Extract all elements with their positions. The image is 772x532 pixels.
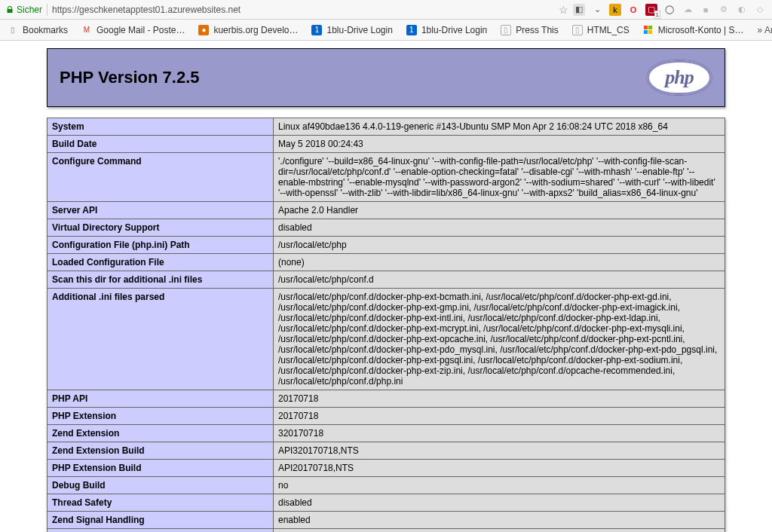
config-value: /usr/local/etc/php bbox=[274, 237, 725, 254]
config-value: Apache 2.0 Handler bbox=[274, 202, 725, 219]
table-row: PHP Extension20170718 bbox=[47, 408, 725, 425]
bookmark-label: 1blu-Drive Login bbox=[421, 25, 487, 35]
svg-rect-0 bbox=[644, 26, 648, 29]
gmail-icon: M bbox=[81, 25, 92, 35]
config-key: Configuration File (php.ini) Path bbox=[47, 237, 274, 254]
table-row: Debug Buildno bbox=[47, 477, 725, 494]
config-key: PHP API bbox=[47, 390, 274, 408]
bookmark-item[interactable]: ▯ Bookmarks bbox=[8, 25, 68, 35]
config-value: /usr/local/etc/php/conf.d/docker-php-ext… bbox=[274, 289, 725, 390]
config-value: disabled bbox=[274, 494, 725, 512]
config-key: Thread Safety bbox=[47, 494, 274, 512]
favicon-icon: 1 bbox=[406, 25, 417, 35]
folder-icon: ▯ bbox=[8, 25, 18, 35]
config-value: disabled bbox=[274, 219, 725, 237]
config-key: Debug Build bbox=[47, 477, 274, 494]
table-row: PHP Extension BuildAPI20170718,NTS bbox=[47, 460, 725, 477]
opera-icon[interactable]: O bbox=[627, 4, 639, 16]
bookmark-label: Press This bbox=[516, 25, 558, 35]
extension-icon[interactable]: ◯ bbox=[663, 4, 676, 16]
table-row: Virtual Directory Supportdisabled bbox=[47, 219, 725, 237]
config-value: 20170718 bbox=[274, 408, 725, 425]
bookmark-star-icon[interactable]: ☆ bbox=[559, 4, 568, 16]
table-row: Configure Command'./configure' '--build=… bbox=[47, 153, 725, 202]
config-value: API20170718,NTS bbox=[274, 460, 725, 477]
pocket-icon[interactable]: ⌄ bbox=[591, 4, 603, 16]
table-row: Additional .ini files parsed/usr/local/e… bbox=[47, 289, 725, 390]
secure-indicator: Sicher bbox=[6, 5, 42, 15]
config-key: Zend Extension Build bbox=[47, 442, 274, 460]
table-row: Server APIApache 2.0 Handler bbox=[47, 202, 725, 219]
bookmark-label: Google Mail - Poste… bbox=[96, 25, 185, 35]
config-key: Zend Signal Handling bbox=[47, 512, 274, 529]
bookmarks-overflow[interactable]: » Ande bbox=[758, 25, 772, 35]
config-value: enabled bbox=[274, 512, 725, 529]
config-key: Zend Memory Manager bbox=[47, 529, 274, 533]
config-key: PHP Extension bbox=[47, 408, 274, 425]
extension-k-icon[interactable]: k bbox=[609, 4, 621, 16]
table-row: Zend Memory Managerenabled bbox=[47, 529, 725, 533]
svg-rect-3 bbox=[648, 30, 652, 34]
extension-icon[interactable]: ⚙ bbox=[718, 4, 730, 16]
config-value: './configure' '--build=x86_64-linux-gnu'… bbox=[274, 153, 725, 202]
phpinfo-container: PHP Version 7.2.5 php SystemLinux af490b… bbox=[47, 48, 725, 532]
config-key: Additional .ini files parsed bbox=[47, 289, 274, 390]
table-row: Zend Extension320170718 bbox=[47, 425, 725, 442]
page-icon: ▯ bbox=[572, 25, 583, 35]
php-version-title: PHP Version 7.2.5 bbox=[60, 68, 199, 87]
config-value: (none) bbox=[274, 254, 725, 271]
microsoft-icon bbox=[643, 25, 654, 35]
table-row: PHP API20170718 bbox=[47, 390, 725, 408]
config-value: 320170718 bbox=[274, 425, 725, 442]
config-value: API320170718,NTS bbox=[274, 442, 725, 460]
bookmark-item[interactable]: 1 1blu-Drive Login bbox=[311, 25, 392, 35]
table-row: Configuration File (php.ini) Path/usr/lo… bbox=[47, 237, 725, 254]
favicon-icon: 1 bbox=[311, 25, 322, 35]
secure-label: Sicher bbox=[17, 5, 42, 15]
bookmark-label: Bookmarks bbox=[23, 25, 68, 35]
bookmarks-bar: ▯ Bookmarks M Google Mail - Poste… ● kue… bbox=[0, 20, 772, 41]
config-key: Zend Extension bbox=[47, 425, 274, 442]
config-key: Build Date bbox=[47, 136, 274, 153]
config-value: /usr/local/etc/php/conf.d bbox=[274, 271, 725, 289]
config-key: System bbox=[47, 118, 274, 136]
config-value: May 5 2018 00:24:43 bbox=[274, 136, 725, 153]
bookmark-item[interactable]: Microsoft-Konto | S… bbox=[643, 25, 744, 35]
extension-icon[interactable]: ◐ bbox=[736, 4, 748, 16]
lock-icon bbox=[6, 6, 14, 14]
config-key: Configure Command bbox=[47, 153, 274, 202]
bookmark-label: Microsoft-Konto | S… bbox=[658, 25, 744, 35]
table-row: SystemLinux af490bdae136 4.4.0-119-gener… bbox=[47, 118, 725, 136]
svg-rect-1 bbox=[648, 26, 652, 29]
extension-icon[interactable]: ◇ bbox=[754, 4, 766, 16]
bookmark-label: 1blu-Drive Login bbox=[326, 25, 392, 35]
config-key: Scan this dir for additional .ini files bbox=[47, 271, 274, 289]
bookmark-item[interactable]: ● kuerbis.org Develo… bbox=[198, 25, 298, 35]
page-content: PHP Version 7.2.5 php SystemLinux af490b… bbox=[0, 41, 772, 532]
config-key: Loaded Configuration File bbox=[47, 254, 274, 271]
table-row: Zend Signal Handlingenabled bbox=[47, 512, 725, 529]
table-row: Scan this dir for additional .ini files/… bbox=[47, 271, 725, 289]
config-value: Linux af490bdae136 4.4.0-119-generic #14… bbox=[274, 118, 725, 136]
table-row: Thread Safetydisabled bbox=[47, 494, 725, 512]
page-icon: ▯ bbox=[501, 25, 511, 35]
bookmark-label: HTML_CS bbox=[587, 25, 630, 35]
table-row: Loaded Configuration File(none) bbox=[47, 254, 725, 271]
bookmark-item[interactable]: M Google Mail - Poste… bbox=[81, 25, 185, 35]
bookmark-item[interactable]: 1 1blu-Drive Login bbox=[406, 25, 487, 35]
divider bbox=[47, 4, 47, 16]
extension-icons: ◧ ⌄ k O ▢1 ◯ ☁ ■ ⚙ ◐ ◇ bbox=[573, 4, 766, 16]
bookmark-item[interactable]: ▯ HTML_CS bbox=[572, 25, 630, 35]
bookmark-item[interactable]: ▯ Press This bbox=[501, 25, 558, 35]
extension-icon[interactable]: ☁ bbox=[682, 4, 694, 16]
php-logo-text: php bbox=[665, 66, 693, 89]
ublock-icon[interactable]: ▢1 bbox=[645, 4, 657, 16]
extension-icon[interactable]: ◧ bbox=[573, 4, 585, 16]
config-value: enabled bbox=[274, 529, 725, 533]
config-key: PHP Extension Build bbox=[47, 460, 274, 477]
extension-icon[interactable]: ■ bbox=[700, 4, 712, 16]
php-logo: php bbox=[646, 60, 712, 96]
phpinfo-table: SystemLinux af490bdae136 4.4.0-119-gener… bbox=[47, 118, 725, 532]
url-display[interactable]: https://geschkenetapptest01.azurewebsite… bbox=[52, 5, 240, 15]
config-value: 20170718 bbox=[274, 390, 725, 408]
